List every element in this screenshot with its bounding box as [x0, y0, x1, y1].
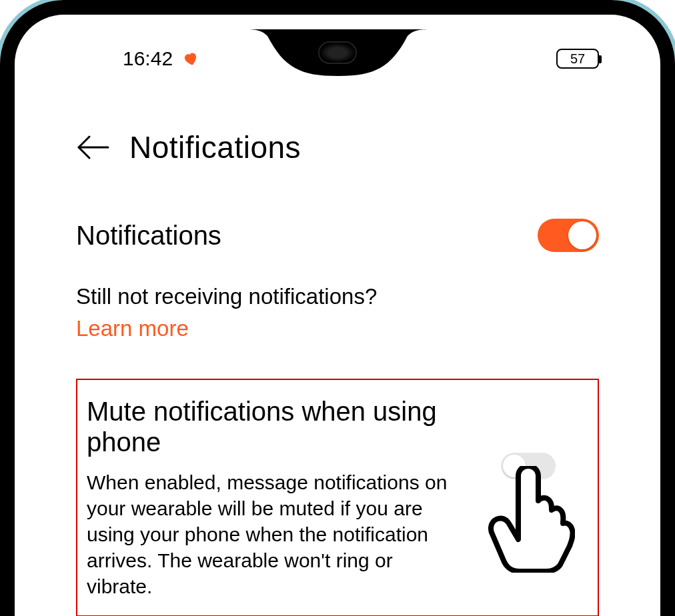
- page-title: Notifications: [129, 129, 301, 165]
- battery-percent: 57: [570, 51, 585, 67]
- notifications-toggle[interactable]: [538, 219, 599, 252]
- battery-indicator: 57: [556, 49, 599, 69]
- pointer-hand-icon: [488, 466, 575, 573]
- mute-setting-highlight: Mute notifications when using phone When…: [76, 379, 599, 616]
- notifications-label: Notifications: [76, 221, 221, 251]
- notifications-master-row: Notifications: [76, 219, 599, 252]
- phone-frame: 16:42 57 Notifications: [0, 0, 675, 616]
- notch: [241, 29, 434, 83]
- health-app-icon: [182, 50, 199, 67]
- help-question: Still not receiving notifications?: [76, 284, 599, 309]
- learn-more-link[interactable]: Learn more: [76, 316, 599, 341]
- mute-toggle[interactable]: [501, 453, 556, 479]
- back-arrow-icon[interactable]: [76, 134, 111, 161]
- mute-title: Mute notifications when using phone: [87, 396, 462, 457]
- phone-screen: 16:42 57 Notifications: [29, 29, 646, 616]
- front-camera: [318, 41, 357, 64]
- status-time: 16:42: [123, 47, 173, 70]
- mute-description: When enabled, message notifications on y…: [87, 469, 462, 599]
